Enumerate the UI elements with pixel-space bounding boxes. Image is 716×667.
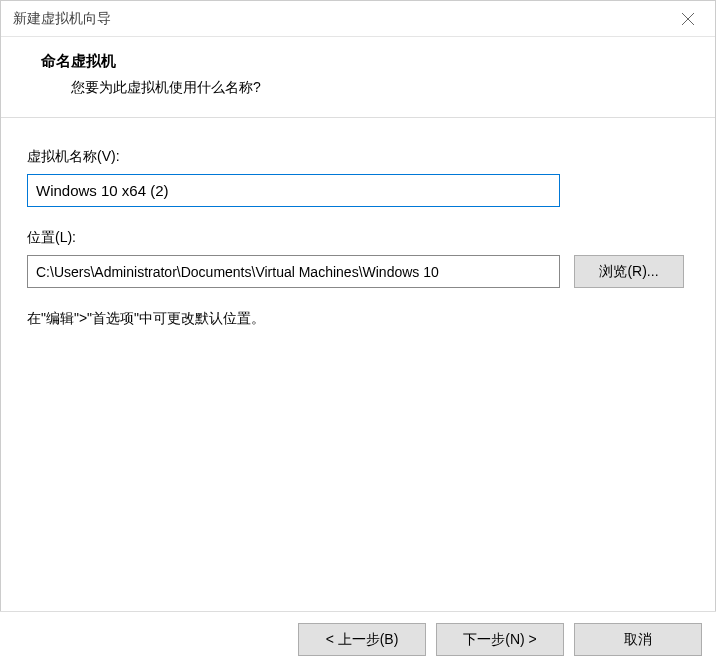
location-group: 位置(L): 浏览(R)... [27, 229, 689, 288]
wizard-heading: 命名虚拟机 [31, 52, 685, 71]
wizard-header: 命名虚拟机 您要为此虚拟机使用什么名称? [1, 37, 715, 118]
window-title: 新建虚拟机向导 [13, 10, 111, 28]
hint-text: 在"编辑">"首选项"中可更改默认位置。 [27, 310, 689, 328]
back-button[interactable]: < 上一步(B) [298, 623, 426, 656]
cancel-button[interactable]: 取消 [574, 623, 702, 656]
location-row: 浏览(R)... [27, 255, 689, 288]
next-button[interactable]: 下一步(N) > [436, 623, 564, 656]
vm-name-group: 虚拟机名称(V): [27, 148, 689, 207]
location-input[interactable] [27, 255, 560, 288]
wizard-footer: < 上一步(B) 下一步(N) > 取消 [0, 611, 716, 667]
vm-name-label: 虚拟机名称(V): [27, 148, 689, 166]
location-label: 位置(L): [27, 229, 689, 247]
wizard-subheading: 您要为此虚拟机使用什么名称? [31, 79, 685, 97]
vm-name-input[interactable] [27, 174, 560, 207]
titlebar: 新建虚拟机向导 [1, 1, 715, 37]
browse-button[interactable]: 浏览(R)... [574, 255, 684, 288]
content-area: 虚拟机名称(V): 位置(L): 浏览(R)... 在"编辑">"首选项"中可更… [1, 118, 715, 328]
close-icon [681, 12, 695, 26]
close-button[interactable] [673, 4, 703, 34]
